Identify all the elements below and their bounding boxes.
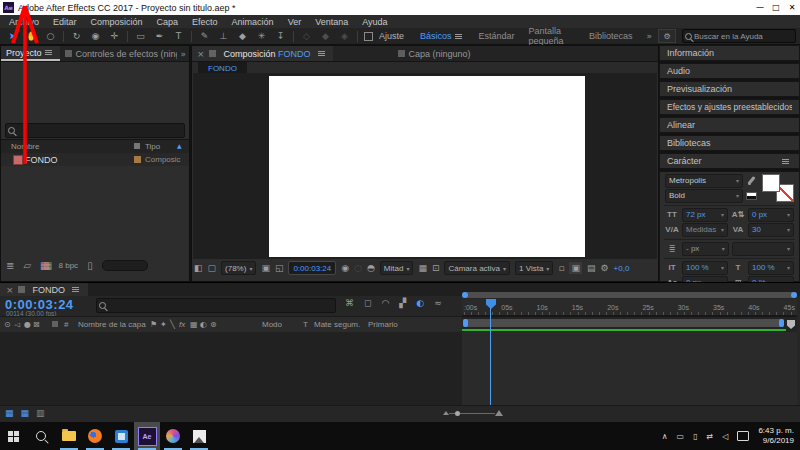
item-label-swatch[interactable]: [134, 156, 141, 163]
column-track-matte[interactable]: Mate segum.: [314, 320, 360, 329]
help-search-input[interactable]: Buscar en la Ayuda: [682, 29, 796, 43]
taskbar-app-blue[interactable]: [108, 422, 134, 450]
expand-inout-columns-icon[interactable]: ▥: [36, 408, 45, 418]
column-nombre[interactable]: Nombre: [11, 142, 39, 151]
zoom-slider-knob[interactable]: [455, 411, 460, 416]
eyedropper-icon[interactable]: [747, 176, 755, 185]
column-parent[interactable]: Primario: [368, 320, 398, 329]
font-family-dropdown[interactable]: Metropolis: [665, 174, 743, 188]
panel-bibliotecas[interactable]: Bibliotecas: [659, 135, 800, 151]
label-column-icon[interactable]: [134, 143, 140, 149]
pen-tool-icon[interactable]: ✒: [153, 31, 166, 41]
snap-checkbox[interactable]: [364, 32, 373, 41]
graph-editor-icon[interactable]: ≈: [434, 298, 442, 308]
hidden-icons-chevron[interactable]: ∧: [662, 432, 668, 441]
main-viewer-icon[interactable]: ▢: [208, 263, 217, 273]
camera-tool-icon[interactable]: ◉: [89, 31, 102, 41]
roto-brush-tool-icon[interactable]: ✳: [255, 31, 268, 41]
region-of-interest-icon[interactable]: ▣: [261, 263, 270, 273]
grid-guides-icon[interactable]: ⊡: [432, 263, 440, 273]
stroke-style-dropdown[interactable]: [732, 242, 794, 256]
menu-ver[interactable]: Ver: [281, 17, 309, 27]
work-area-bar[interactable]: [463, 319, 784, 327]
time-ruler[interactable]: :00s 05s 10s 15s 20s 25s 30s 35s 40s 45s: [462, 299, 797, 316]
interpret-footage-icon[interactable]: ≣: [6, 260, 14, 271]
expand-layer-switches-icon[interactable]: ▦: [5, 408, 14, 418]
view-layout-dropdown[interactable]: 1 Vista: [515, 261, 553, 275]
menu-ventana[interactable]: Ventana: [308, 17, 355, 27]
audio-icon[interactable]: ◅: [14, 320, 20, 329]
panel-previsualizacion[interactable]: Previsualización: [659, 81, 800, 97]
comp-marker-bin-icon[interactable]: [787, 320, 795, 329]
column-tipo[interactable]: Tipo: [145, 142, 160, 151]
timeline-horizontal-scrollbar[interactable]: [462, 292, 797, 298]
delete-trash-icon[interactable]: ▯: [87, 260, 93, 271]
stroke-width-value[interactable]: - px: [682, 242, 729, 256]
layer-tracks-area[interactable]: [462, 332, 797, 405]
kerning-value[interactable]: Medidas: [682, 223, 728, 237]
selection-tool-icon[interactable]: ➤: [6, 31, 19, 41]
panel-menu-icon[interactable]: [782, 161, 789, 162]
column-mode[interactable]: Modo: [262, 320, 282, 329]
workspace-menu-icon[interactable]: [455, 36, 462, 37]
start-button[interactable]: [0, 422, 26, 450]
target-region-icon[interactable]: ▦: [418, 263, 427, 273]
panel-audio[interactable]: Audio: [659, 63, 800, 79]
brush-tool-icon[interactable]: ✎: [198, 31, 211, 41]
workspace-pantalla-pequena[interactable]: Pantalla pequeña: [529, 26, 575, 46]
share-view-icon[interactable]: ▫: [558, 263, 564, 273]
taskbar-file-explorer[interactable]: [56, 422, 82, 450]
show-channel-icon[interactable]: ◓: [367, 263, 375, 273]
manage-workspaces-gear-icon[interactable]: ⚙: [658, 29, 676, 43]
sort-arrow-icon[interactable]: ▲: [177, 142, 182, 149]
battery-icon[interactable]: ▯: [693, 432, 697, 441]
tablet-icon[interactable]: ▭: [677, 432, 685, 441]
tracking-value[interactable]: 30: [748, 223, 794, 237]
active-camera-dropdown[interactable]: Cámara activa: [444, 261, 510, 275]
hide-shy-layers-icon[interactable]: ◠: [381, 298, 389, 308]
workspace-overflow-icon[interactable]: »: [646, 31, 652, 41]
clone-stamp-tool-icon[interactable]: ⊥: [217, 31, 230, 41]
panel-menu-icon[interactable]: [318, 53, 325, 54]
tab-composicion-fondo[interactable]: × Composición FONDO: [192, 46, 333, 61]
project-footer-scroll[interactable]: [102, 260, 148, 271]
frame-blending-icon[interactable]: ▞: [399, 298, 406, 308]
timeline-flowchart-icon[interactable]: ⚙: [601, 263, 609, 273]
panel-menu-icon[interactable]: [72, 289, 79, 290]
close-tab-icon[interactable]: ×: [6, 285, 14, 295]
font-size-value[interactable]: 72 px: [682, 208, 728, 222]
panel-overflow-icon[interactable]: »: [177, 49, 189, 59]
magnification-dropdown[interactable]: (78%): [221, 261, 256, 275]
rotate-tool-icon[interactable]: ↻: [70, 31, 83, 41]
new-composition-icon[interactable]: ▦: [40, 260, 49, 271]
vertical-scale-value[interactable]: 100 %: [682, 261, 728, 275]
column-number[interactable]: #: [64, 320, 68, 329]
panel-alinear[interactable]: Alinear: [659, 117, 800, 133]
workspace-estandar[interactable]: Estándar: [479, 31, 515, 41]
menu-ayuda[interactable]: Ayuda: [355, 17, 394, 27]
resolution-dropdown[interactable]: Mitad: [380, 261, 414, 275]
leading-value[interactable]: 0 px: [748, 208, 794, 222]
comp-viewer[interactable]: [193, 73, 657, 259]
zoom-in-mountain-icon[interactable]: [495, 410, 503, 416]
expand-transfer-controls-icon[interactable]: ▦: [21, 408, 30, 418]
pan-behind-tool-icon[interactable]: ✛: [108, 31, 121, 41]
transparency-grid-icon[interactable]: ◱: [275, 263, 284, 273]
font-style-dropdown[interactable]: Bold: [665, 189, 743, 203]
column-t[interactable]: T: [303, 320, 308, 329]
workspace-basicos[interactable]: Básicos: [420, 31, 465, 41]
taskbar-after-effects[interactable]: Ae: [134, 422, 160, 450]
solo-icon[interactable]: ●: [24, 320, 31, 329]
draft-3d-icon[interactable]: ◻: [364, 298, 371, 308]
project-search-input[interactable]: [5, 123, 185, 138]
menu-editar[interactable]: Editar: [46, 17, 84, 27]
lock-icon[interactable]: ⊠: [33, 320, 40, 329]
fill-stroke-swatches[interactable]: [762, 174, 794, 202]
menu-archivo[interactable]: Archivo: [2, 17, 46, 27]
video-eye-icon[interactable]: ⊙: [4, 320, 11, 329]
comp-canvas[interactable]: [269, 76, 585, 257]
close-button[interactable]: ✕: [784, 3, 800, 12]
project-item-name[interactable]: FONDO: [25, 155, 58, 165]
default-fill-stroke-icon[interactable]: [746, 192, 757, 200]
timeline-zoom-slider[interactable]: [443, 411, 503, 415]
